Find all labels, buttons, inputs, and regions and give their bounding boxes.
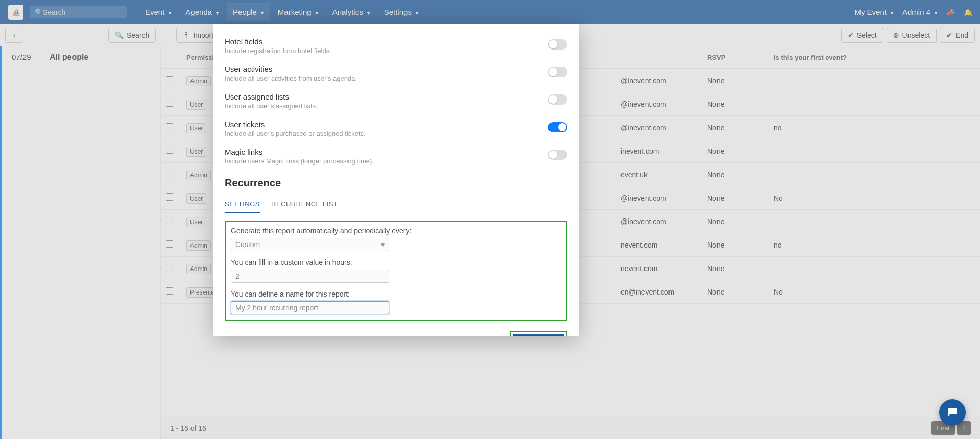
chat-icon <box>946 406 959 419</box>
option-desc: Include all user's purchased or assigned… <box>225 130 548 137</box>
option-desc: Include all user's assigned lists. <box>225 102 548 110</box>
option-toggle[interactable] <box>548 94 567 105</box>
recurrence-form-highlight: Generate this report automatically and p… <box>225 221 567 321</box>
report-option: User assigned lists Include all user's a… <box>225 87 567 115</box>
hours-label: You can fill in a custom value in hours: <box>231 258 561 266</box>
recurrence-tabs: SETTINGS RECURRENCE LIST <box>225 196 567 213</box>
chat-fab[interactable] <box>939 399 966 426</box>
name-label: You can define a name for this report: <box>231 290 561 298</box>
option-toggle[interactable] <box>548 122 567 132</box>
option-toggle[interactable] <box>548 39 567 50</box>
report-option: User tickets Include all user's purchase… <box>225 115 567 142</box>
generate-button[interactable]: Generate <box>513 334 564 336</box>
option-desc: Include all user activities from user's … <box>225 75 548 82</box>
report-option: Hotel fields Include registration form h… <box>225 32 567 60</box>
report-name-input[interactable] <box>231 301 389 314</box>
tab-recurrence-list[interactable]: RECURRENCE LIST <box>271 196 338 213</box>
option-title: Magic links <box>225 148 548 156</box>
option-title: User activities <box>225 65 548 74</box>
option-title: User assigned lists <box>225 92 548 101</box>
recurrence-heading: Recurrence <box>225 177 567 189</box>
tab-settings[interactable]: SETTINGS <box>225 196 260 213</box>
option-toggle[interactable] <box>548 67 567 77</box>
modal-overlay: Hotel fields Include registration form h… <box>0 0 980 439</box>
interval-label: Generate this report automatically and p… <box>231 227 561 235</box>
hours-input[interactable] <box>231 270 389 283</box>
option-title: User tickets <box>225 120 548 129</box>
option-desc: Include registration form hotel fields. <box>225 47 548 55</box>
option-desc: Include users Magic links (longer proces… <box>225 157 548 165</box>
report-option: Magic links Include users Magic links (l… <box>225 142 567 170</box>
report-settings-modal: Hotel fields Include registration form h… <box>213 24 579 336</box>
interval-select[interactable]: Custom <box>231 238 389 251</box>
option-toggle[interactable] <box>548 150 567 160</box>
report-option: User activities Include all user activit… <box>225 60 567 87</box>
generate-highlight: Generate <box>510 331 567 336</box>
option-title: Hotel fields <box>225 37 548 46</box>
modal-actions: Cancel Generate <box>225 326 567 336</box>
